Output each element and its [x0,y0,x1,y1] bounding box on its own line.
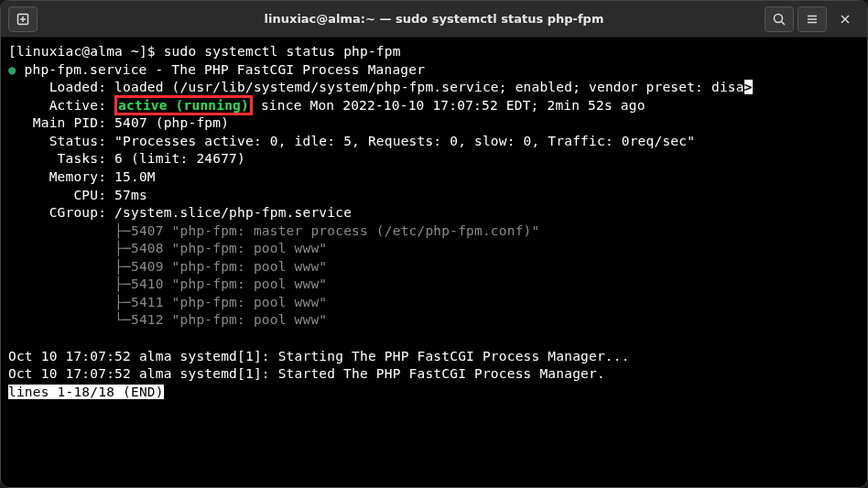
cgroup-line: ├─5409 "php-fpm: pool www" [114,259,327,274]
tasks-label: Tasks: [8,151,114,166]
cgroup-indent [8,223,114,238]
memory-label: Memory: [8,169,114,184]
cgroup-label: CGroup: [8,205,114,220]
cgroup-value: /system.slice/php-fpm.service [114,205,352,220]
new-tab-icon [16,12,30,27]
cgroup-line: └─5412 "php-fpm: pool www" [114,312,327,327]
terminal-window: linuxiac@alma:~ — sudo systemctl status … [0,0,868,488]
svg-point-3 [775,14,783,22]
cgroup-indent [8,312,114,327]
loaded-label: Loaded: [8,80,114,94]
cgroup-line: ├─5411 "php-fpm: pool www" [114,295,327,309]
close-button[interactable] [830,6,860,32]
search-button[interactable] [765,6,794,32]
active-state: active (running) [118,98,249,113]
mainpid-value: 5407 (php-fpm) [114,115,229,130]
active-label: Active: [8,98,114,113]
shell-command: sudo systemctl status php-fpm [164,44,401,59]
cgroup-line: ├─5408 "php-fpm: pool www" [114,241,327,255]
tasks-value: 6 (limit: 24677) [114,151,245,166]
pager-status: lines 1-18/18 (END) [8,385,164,399]
mainpid-label: Main PID: [8,115,114,130]
cgroup-indent [8,295,114,309]
cgroup-line: ├─5407 "php-fpm: master process (/etc/ph… [114,223,539,238]
cgroup-indent [8,259,114,274]
status-value: "Processes active: 0, idle: 5, Requests:… [114,134,695,148]
new-tab-button[interactable] [8,6,38,32]
memory-value: 15.0M [114,169,156,184]
active-since: since Mon 2022-10-10 17:07:52 EDT; 2min … [253,98,646,113]
status-dot-icon: ● [8,62,16,77]
window-title: linuxiac@alma:~ — sudo systemctl status … [1,12,867,26]
svg-line-4 [782,21,786,25]
terminal-output: [linuxiac@alma ~]$ sudo systemctl status… [8,43,860,401]
cgroup-line: ├─5410 "php-fpm: pool www" [114,277,327,291]
cgroup-indent [8,241,114,255]
line-truncate-icon: > [744,80,753,94]
log-line: Oct 10 17:07:52 alma systemd[1]: Startin… [8,349,630,363]
service-name: php-fpm.service - The PHP FastCGI Proces… [25,62,426,77]
hamburger-icon [805,12,819,27]
titlebar: linuxiac@alma:~ — sudo systemctl status … [1,1,867,38]
close-icon [838,12,852,27]
cpu-value: 57ms [114,188,147,202]
active-highlight: active (running) [114,95,253,115]
cgroup-indent [8,277,114,291]
shell-prompt: [linuxiac@alma ~]$ [8,44,164,59]
titlebar-right [763,6,862,32]
log-line: Oct 10 17:07:52 alma systemd[1]: Started… [8,366,605,381]
cpu-label: CPU: [8,188,114,202]
loaded-value: loaded (/usr/lib/systemd/system/php-fpm.… [114,80,744,94]
status-label: Status: [8,134,114,148]
menu-button[interactable] [797,6,827,32]
terminal-content[interactable]: [linuxiac@alma ~]$ sudo systemctl status… [1,38,867,487]
search-icon [772,12,787,27]
titlebar-left [6,6,39,32]
